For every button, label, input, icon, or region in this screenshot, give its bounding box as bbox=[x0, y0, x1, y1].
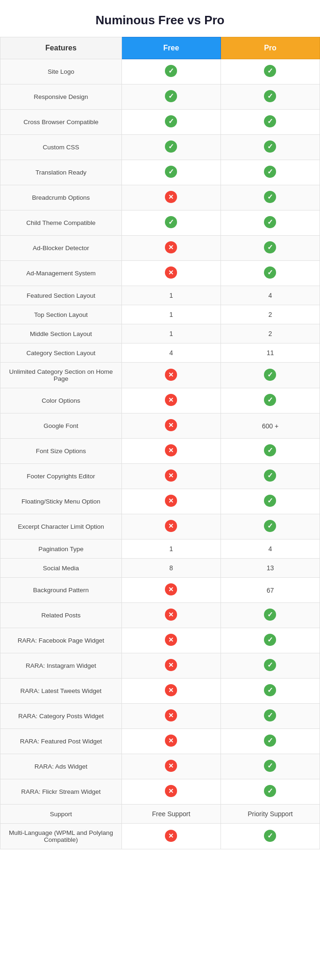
table-row: RARA: Category Posts Widget bbox=[0, 704, 320, 729]
cross-icon bbox=[165, 634, 177, 646]
table-row: Font Size Options bbox=[0, 439, 320, 464]
cross-icon bbox=[165, 419, 177, 431]
check-icon bbox=[264, 216, 276, 228]
value-text: 13 bbox=[267, 564, 274, 572]
table-row: RARA: Flickr Stream Widget bbox=[0, 779, 320, 805]
feature-cell: RARA: Instagram Widget bbox=[0, 653, 122, 679]
table-row: RARA: Facebook Page Widget bbox=[0, 628, 320, 653]
cross-icon bbox=[165, 369, 177, 381]
pro-cell bbox=[220, 110, 320, 135]
table-row: Custom CSS bbox=[0, 135, 320, 160]
comparison-table: Features Free Pro Site LogoResponsive De… bbox=[0, 37, 320, 849]
table-row: RARA: Latest Tweets Widget bbox=[0, 679, 320, 704]
value-text: 600 + bbox=[262, 422, 278, 430]
free-cell bbox=[121, 185, 220, 210]
check-icon bbox=[264, 115, 276, 127]
table-row: RARA: Instagram Widget bbox=[0, 653, 320, 679]
free-cell bbox=[121, 729, 220, 754]
value-text: Priority Support bbox=[248, 810, 292, 818]
free-cell bbox=[121, 160, 220, 185]
cross-icon bbox=[165, 520, 177, 532]
free-cell: 1 bbox=[121, 286, 220, 305]
pro-cell bbox=[220, 824, 320, 849]
pro-cell bbox=[220, 84, 320, 110]
table-row: Excerpt Character Limit Option bbox=[0, 514, 320, 539]
free-cell bbox=[121, 210, 220, 236]
table-row: Featured Section Layout14 bbox=[0, 286, 320, 305]
pro-cell bbox=[220, 236, 320, 261]
free-cell: 1 bbox=[121, 539, 220, 559]
check-icon bbox=[165, 115, 177, 127]
cross-icon bbox=[165, 191, 177, 203]
pro-cell bbox=[220, 514, 320, 539]
feature-cell: Featured Section Layout bbox=[0, 286, 122, 305]
pro-cell: 600 + bbox=[220, 413, 320, 439]
cross-icon bbox=[165, 241, 177, 253]
pro-cell bbox=[220, 489, 320, 514]
table-row: Footer Copyrights Editor bbox=[0, 464, 320, 489]
free-cell bbox=[121, 653, 220, 679]
value-text: 8 bbox=[170, 564, 173, 572]
pro-cell: 11 bbox=[220, 343, 320, 363]
pro-cell bbox=[220, 464, 320, 489]
free-cell: 1 bbox=[121, 324, 220, 343]
table-row: Responsive Design bbox=[0, 84, 320, 110]
feature-cell: Footer Copyrights Editor bbox=[0, 464, 122, 489]
pro-cell bbox=[220, 653, 320, 679]
table-row: RARA: Ads Widget bbox=[0, 754, 320, 779]
value-text: 4 bbox=[269, 545, 272, 553]
pro-cell: 67 bbox=[220, 578, 320, 603]
pro-cell bbox=[220, 363, 320, 388]
feature-cell: Category Section Layout bbox=[0, 343, 122, 363]
free-cell: 8 bbox=[121, 559, 220, 578]
feature-cell: Unlimited Category Section on Home Page bbox=[0, 363, 122, 388]
free-cell bbox=[121, 59, 220, 84]
check-icon bbox=[264, 65, 276, 77]
table-row: Translation Ready bbox=[0, 160, 320, 185]
free-cell: 4 bbox=[121, 343, 220, 363]
value-text: 11 bbox=[267, 349, 274, 357]
feature-cell: Custom CSS bbox=[0, 135, 122, 160]
table-row: Ad-Blocker Detector bbox=[0, 236, 320, 261]
free-cell bbox=[121, 514, 220, 539]
check-icon bbox=[264, 709, 276, 721]
value-text: 1 bbox=[170, 330, 173, 337]
check-icon bbox=[264, 90, 276, 102]
pro-cell bbox=[220, 210, 320, 236]
feature-cell: Multi-Language (WPML and Polylang Compat… bbox=[0, 824, 122, 849]
table-row: Category Section Layout411 bbox=[0, 343, 320, 363]
pro-cell: 4 bbox=[220, 539, 320, 559]
feature-cell: Pagination Type bbox=[0, 539, 122, 559]
table-row: Pagination Type14 bbox=[0, 539, 320, 559]
check-icon bbox=[264, 241, 276, 253]
check-icon bbox=[264, 659, 276, 671]
table-row: Social Media813 bbox=[0, 559, 320, 578]
cross-icon bbox=[165, 609, 177, 621]
free-cell bbox=[121, 135, 220, 160]
check-icon bbox=[264, 634, 276, 646]
page-title: Numinous Free vs Pro bbox=[0, 0, 320, 37]
cross-icon bbox=[165, 760, 177, 772]
feature-cell: RARA: Latest Tweets Widget bbox=[0, 679, 122, 704]
check-icon bbox=[264, 166, 276, 178]
feature-cell: Ad-Blocker Detector bbox=[0, 236, 122, 261]
table-row: Color Options bbox=[0, 388, 320, 413]
free-cell bbox=[121, 603, 220, 628]
value-text: Free Support bbox=[152, 810, 191, 818]
feature-cell: RARA: Featured Post Widget bbox=[0, 729, 122, 754]
check-icon bbox=[264, 609, 276, 621]
feature-cell: Site Logo bbox=[0, 59, 122, 84]
feature-cell: Excerpt Character Limit Option bbox=[0, 514, 122, 539]
check-icon bbox=[165, 65, 177, 77]
free-cell bbox=[121, 754, 220, 779]
pro-cell bbox=[220, 261, 320, 286]
free-cell: Free Support bbox=[121, 805, 220, 824]
free-cell bbox=[121, 261, 220, 286]
pro-cell bbox=[220, 135, 320, 160]
header-features: Features bbox=[0, 37, 122, 59]
table-row: Floating/Sticky Menu Option bbox=[0, 489, 320, 514]
feature-cell: Font Size Options bbox=[0, 439, 122, 464]
value-text: 2 bbox=[269, 311, 272, 318]
table-row: Google Font600 + bbox=[0, 413, 320, 439]
pro-cell bbox=[220, 779, 320, 805]
